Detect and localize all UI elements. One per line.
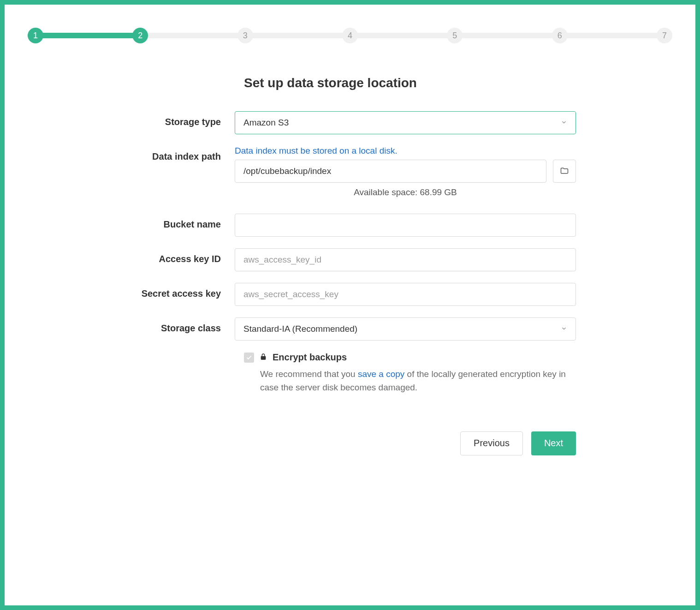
encrypt-note: We recommend that you save a copy of the… (244, 367, 576, 395)
index-hint-text: Data index must be stored on a local dis… (235, 146, 576, 156)
step-5[interactable]: 5 (447, 28, 463, 43)
storage-class-label: Storage class (124, 317, 235, 334)
storage-form: Set up data storage location Storage typ… (124, 76, 576, 455)
next-button[interactable]: Next (531, 431, 576, 455)
chevron-down-icon (561, 324, 567, 334)
encrypt-checkbox[interactable] (244, 353, 254, 363)
storage-type-label: Storage type (124, 111, 235, 127)
step-2[interactable]: 2 (132, 28, 148, 43)
bucket-name-label: Bucket name (124, 214, 235, 230)
storage-type-value: Amazon S3 (243, 118, 289, 128)
data-index-path-label: Data index path (124, 146, 235, 162)
storage-class-select[interactable]: Standard-IA (Recommended) (235, 317, 576, 341)
data-index-path-input[interactable] (235, 160, 546, 183)
storage-class-value: Standard-IA (Recommended) (243, 324, 357, 334)
step-1[interactable]: 1 (28, 28, 43, 43)
secret-access-key-input[interactable] (235, 283, 576, 306)
access-key-id-label: Access key ID (124, 248, 235, 264)
encrypt-label: Encrypt backups (273, 352, 347, 363)
save-copy-link[interactable]: save a copy (358, 369, 404, 379)
wizard-stepper: 1 2 3 4 5 6 7 (28, 28, 672, 43)
wizard-footer: Previous Next (124, 431, 576, 455)
page-title: Set up data storage location (244, 76, 576, 90)
lock-icon (260, 352, 267, 363)
bucket-name-input[interactable] (235, 214, 576, 237)
step-6[interactable]: 6 (552, 28, 568, 43)
step-7[interactable]: 7 (657, 28, 672, 43)
access-key-id-input[interactable] (235, 248, 576, 271)
available-space-text: Available space: 68.99 GB (235, 187, 576, 197)
storage-type-select[interactable]: Amazon S3 (235, 111, 576, 134)
previous-button[interactable]: Previous (460, 431, 523, 455)
chevron-down-icon (561, 118, 567, 128)
secret-access-key-label: Secret access key (124, 283, 235, 299)
folder-icon (560, 166, 569, 177)
browse-folder-button[interactable] (553, 160, 576, 183)
step-3[interactable]: 3 (237, 28, 253, 43)
encrypt-note-pre: We recommend that you (260, 369, 358, 379)
encrypt-backups-section: Encrypt backups We recommend that you sa… (244, 352, 576, 395)
step-4[interactable]: 4 (342, 28, 358, 43)
